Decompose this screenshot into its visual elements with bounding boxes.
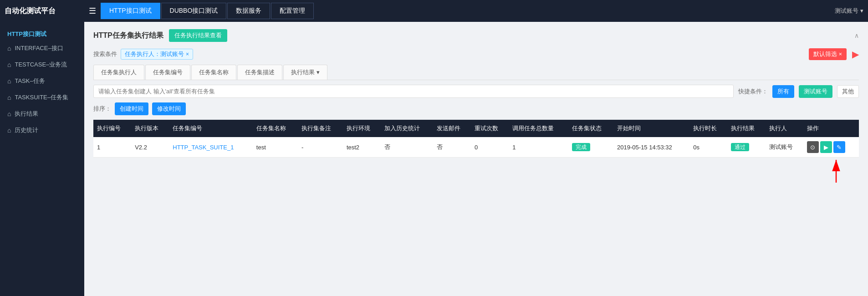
home-icon-6: ⌂ xyxy=(7,127,11,134)
filter-tab-no[interactable]: 任务集编号 xyxy=(145,65,190,80)
sidebar-item-tasksuite[interactable]: ⌂ TASKSUITE–任务集 xyxy=(0,89,84,106)
top-nav-tabs: HTTP接口测试 DUBBO接口测试 数据服务 配置管理 xyxy=(101,3,314,19)
input-row: 快捷条件： 所有 测试账号 其他 xyxy=(93,85,859,98)
filter-tab-name[interactable]: 任务集名称 xyxy=(191,65,236,80)
menu-icon[interactable]: ☰ xyxy=(89,6,96,16)
cell-exec-env: test2 xyxy=(343,137,381,158)
sidebar: HTTP接口测试 ⌂ INTERFACE–接口 ⌂ TESTCASE–业务流 ⌂… xyxy=(0,22,84,296)
action-view-button[interactable]: ⊙ xyxy=(807,141,819,153)
cell-exec-note: - xyxy=(298,137,343,158)
cell-task-count: 1 xyxy=(509,137,568,158)
col-start-time: 开始时间 xyxy=(613,120,689,137)
sidebar-item-history[interactable]: ⌂ 历史统计 xyxy=(0,122,84,138)
search-tag-close[interactable]: × xyxy=(186,51,189,57)
tab-http[interactable]: HTTP接口测试 xyxy=(101,3,160,19)
sidebar-item-label: TESTCASE–业务流 xyxy=(15,61,67,69)
home-icon: ⌂ xyxy=(7,45,11,52)
search-label: 搜索条件 xyxy=(93,50,117,58)
search-tag-text: 任务执行人：测试账号 xyxy=(125,50,184,58)
default-filter-button[interactable]: 默认筛选 × xyxy=(809,48,847,60)
col-exec-version: 执行版本 xyxy=(131,120,169,137)
page-title: HTTP任务集执行结果 xyxy=(93,31,163,41)
suite-no-link[interactable]: HTTP_TASK_SUITE_1 xyxy=(173,144,234,151)
cell-retry: 0 xyxy=(471,137,509,158)
cell-suite-name: test xyxy=(253,137,298,158)
home-icon-4: ⌂ xyxy=(7,94,11,101)
content-area: HTTP任务集执行结果 任务执行结果查看 ∧ 搜索条件 任务执行人：测试账号 ×… xyxy=(84,22,868,296)
action-edit-button[interactable]: ✎ xyxy=(833,141,845,153)
col-action: 操作 xyxy=(803,120,859,137)
quick-btn-other[interactable]: 其他 xyxy=(837,85,859,98)
col-duration: 执行时长 xyxy=(689,120,727,137)
sidebar-item-label: TASK–任务 xyxy=(15,77,45,85)
sidebar-item-interface[interactable]: ⌂ INTERFACE–接口 xyxy=(0,40,84,56)
home-icon-2: ⌂ xyxy=(7,61,11,68)
col-exec-env: 执行环境 xyxy=(343,120,381,137)
sort-btn-create-time[interactable]: 创建时间 xyxy=(115,102,148,115)
sidebar-item-testcase[interactable]: ⌂ TESTCASE–业务流 xyxy=(0,56,84,73)
cell-status: 完成 xyxy=(568,137,613,158)
sidebar-item-task[interactable]: ⌂ TASK–任务 xyxy=(0,73,84,89)
col-exec-note: 执行集备注 xyxy=(298,120,343,137)
cell-start-time: 2019-05-15 14:53:32 xyxy=(613,137,689,158)
filter-arrow-icon[interactable]: ▶ xyxy=(852,49,859,60)
tab-config[interactable]: 配置管理 xyxy=(271,3,314,19)
app-logo: 自动化测试平台 xyxy=(5,6,89,16)
cell-executor: 测试账号 xyxy=(766,137,803,158)
collapse-icon[interactable]: ∧ xyxy=(854,32,859,39)
sidebar-item-label: 执行结果 xyxy=(15,110,38,118)
home-icon-3: ⌂ xyxy=(7,77,11,85)
col-retry: 重试次数 xyxy=(471,120,509,137)
col-executor: 执行人 xyxy=(766,120,803,137)
sort-label: 排序： xyxy=(93,105,111,113)
search-bar: 搜索条件 任务执行人：测试账号 × 默认筛选 × ▶ xyxy=(93,48,859,60)
sidebar-item-label: TASKSUITE–任务集 xyxy=(15,93,68,102)
quick-filter-label: 快捷条件： xyxy=(738,87,768,96)
annotation-area xyxy=(93,158,859,185)
top-nav: 自动化测试平台 ☰ HTTP接口测试 DUBBO接口测试 数据服务 配置管理 测… xyxy=(0,0,868,22)
col-send-email: 发送邮件 xyxy=(433,120,471,137)
tab-dubbo[interactable]: DUBBO接口测试 xyxy=(161,3,227,19)
sidebar-item-label: 历史统计 xyxy=(15,126,38,134)
cell-actions: ⊙ ▶ ✎ xyxy=(803,137,859,158)
col-exec-no: 执行编号 xyxy=(93,120,131,137)
tab-data-service[interactable]: 数据服务 xyxy=(227,3,270,19)
filter-tab-executor[interactable]: 任务集执行人 xyxy=(93,65,144,80)
cell-duration: 0s xyxy=(689,137,727,158)
result-badge: 通过 xyxy=(731,143,749,151)
table-row: 1 V2.2 HTTP_TASK_SUITE_1 test - test2 否 … xyxy=(93,137,859,158)
user-menu[interactable]: 测试账号 ▾ xyxy=(835,7,863,15)
quick-btn-all[interactable]: 所有 xyxy=(772,85,794,98)
action-run-button[interactable]: ▶ xyxy=(820,141,832,153)
cell-add-history: 否 xyxy=(381,137,433,158)
search-tag: 任务执行人：测试账号 × xyxy=(121,49,193,60)
status-badge: 完成 xyxy=(572,143,590,151)
page-header: HTTP任务集执行结果 任务执行结果查看 ∧ xyxy=(93,29,859,42)
filter-tab-result[interactable]: 执行结果 ▾ xyxy=(283,65,327,80)
col-status: 任务集状态 xyxy=(568,120,613,137)
cell-send-email: 否 xyxy=(433,137,471,158)
red-arrow-annotation xyxy=(809,158,845,185)
sidebar-section-title: HTTP接口测试 xyxy=(0,26,84,40)
quick-btn-test-account[interactable]: 测试账号 xyxy=(799,85,832,98)
filter-tab-desc[interactable]: 任务集描述 xyxy=(237,65,282,80)
sidebar-item-label: INTERFACE–接口 xyxy=(15,44,63,52)
view-result-button[interactable]: 任务执行结果查看 xyxy=(169,29,227,42)
cell-result: 通过 xyxy=(727,137,765,158)
sidebar-item-exec-result[interactable]: ⌂ 执行结果 xyxy=(0,106,84,122)
cell-exec-no: 1 xyxy=(93,137,131,158)
col-result: 执行结果 xyxy=(727,120,765,137)
table-container: 执行编号 执行版本 任务集编号 任务集名称 执行集备注 执行环境 加入历史统计 … xyxy=(93,120,859,185)
col-add-history: 加入历史统计 xyxy=(381,120,433,137)
col-suite-no: 任务集编号 xyxy=(169,120,253,137)
col-task-count: 调用任务总数量 xyxy=(509,120,568,137)
sort-btn-modify-time[interactable]: 修改时间 xyxy=(152,102,186,115)
search-input[interactable] xyxy=(93,85,734,98)
col-suite-name: 任务集名称 xyxy=(253,120,298,137)
cell-exec-version: V2.2 xyxy=(131,137,169,158)
main-layout: HTTP接口测试 ⌂ INTERFACE–接口 ⌂ TESTCASE–业务流 ⌂… xyxy=(0,22,868,296)
sort-row: 排序： 创建时间 修改时间 xyxy=(93,102,859,115)
home-icon-5: ⌂ xyxy=(7,110,11,117)
cell-suite-no[interactable]: HTTP_TASK_SUITE_1 xyxy=(169,137,253,158)
data-table: 执行编号 执行版本 任务集编号 任务集名称 执行集备注 执行环境 加入历史统计 … xyxy=(93,120,859,158)
